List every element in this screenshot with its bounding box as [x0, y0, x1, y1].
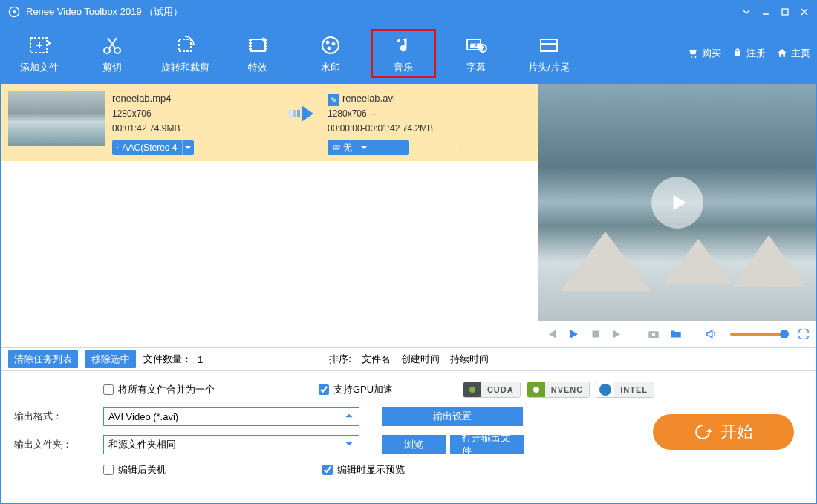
volume-slider[interactable] [730, 333, 785, 336]
app-logo-icon [8, 6, 20, 18]
dest-info: ✎reneelab.avi 1280x706 ··· 00:00:00-00:0… [328, 91, 498, 155]
add-file-button[interactable]: 添加文件 [7, 29, 72, 78]
play-overlay-button[interactable] [651, 177, 703, 229]
browse-button[interactable]: 浏览 [382, 435, 446, 454]
svg-point-5 [114, 48, 120, 53]
file-count-label: 文件数量： [143, 353, 192, 366]
cut-button[interactable]: 剪切 [79, 29, 145, 78]
shutdown-label: 编辑后关机 [118, 463, 166, 477]
svg-rect-20 [293, 110, 296, 117]
shutdown-checkbox[interactable]: 编辑后关机 [103, 463, 166, 477]
watermark-icon [319, 33, 342, 58]
menu-dropdown-button[interactable] [742, 7, 751, 16]
audio-tag-dropdown[interactable]: AAC(Stereo 4 [112, 140, 194, 155]
dest-meta: 00:00:00-00:01:42 74.2MB [328, 121, 498, 136]
fullscreen-button[interactable] [797, 327, 810, 341]
effects-button[interactable]: 特效 [225, 29, 290, 78]
sort-by-created[interactable]: 创建时间 [401, 353, 440, 366]
maximize-button[interactable] [781, 7, 790, 16]
next-button[interactable] [611, 327, 625, 341]
toolbar-label: 剪切 [102, 61, 122, 74]
dest-dimensions: 1280x706 ··· [328, 106, 498, 121]
chevron-down-icon [344, 439, 354, 451]
folder-label: 输出文件夹： [14, 438, 103, 451]
svg-rect-6 [179, 39, 191, 51]
svg-point-13 [398, 40, 400, 42]
file-row[interactable]: reneelab.mp4 1280x706 00:01:42 74.9MB AA… [1, 84, 538, 161]
rotate-crop-button[interactable]: 旋转和裁剪 [152, 29, 218, 78]
clear-list-button[interactable]: 清除任务列表 [8, 350, 78, 368]
source-meta: 00:01:42 74.9MB [112, 121, 283, 136]
output-settings-button[interactable]: 输出设置 [382, 407, 523, 426]
svg-rect-19 [288, 110, 291, 117]
source-filename: reneelab.mp4 [112, 91, 283, 106]
options-panel: 将所有文件合并为一个 支持GPU加速 CUDA NVENC INTEL 输出格式… [1, 371, 816, 493]
register-link[interactable]: 注册 [732, 47, 766, 60]
play-button[interactable] [567, 327, 580, 341]
svg-rect-7 [250, 39, 265, 51]
format-label: 输出格式： [14, 410, 103, 423]
svg-point-10 [326, 41, 329, 44]
svg-rect-21 [297, 110, 300, 117]
music-button[interactable]: 音乐 [371, 29, 436, 78]
subtitle-tag-dropdown[interactable]: 无 [328, 140, 409, 155]
merge-checkbox[interactable]: 将所有文件合并为一个 [103, 383, 215, 396]
buy-link[interactable]: 购买 [687, 47, 721, 60]
preview-label: 编辑时显示预览 [337, 463, 405, 477]
preview-pane [538, 84, 816, 347]
home-label: 主页 [791, 47, 810, 60]
nvenc-badge: NVENC [527, 382, 590, 398]
svg-rect-18 [541, 39, 557, 51]
open-folder-button[interactable] [669, 327, 683, 341]
svg-point-1 [13, 10, 16, 13]
cuda-badge: CUDA [463, 382, 521, 398]
close-button[interactable] [800, 7, 809, 16]
preview-controls [538, 321, 816, 347]
file-count-value: 1 [198, 354, 203, 365]
sort-by-duration[interactable]: 持续时间 [450, 353, 489, 366]
toolbar-label: 音乐 [394, 61, 413, 74]
remove-selected-button[interactable]: 移除选中 [85, 350, 136, 368]
volume-icon[interactable] [705, 327, 718, 341]
dest-filename: reneelab.avi [342, 93, 395, 104]
svg-point-12 [328, 47, 331, 50]
svg-point-24 [652, 333, 656, 337]
format-value: AVI Video (*.avi) [108, 411, 178, 422]
stop-button[interactable] [589, 327, 602, 341]
minimize-button[interactable] [761, 7, 770, 16]
svg-point-25 [469, 387, 475, 393]
prev-button[interactable] [544, 327, 558, 341]
source-info: reneelab.mp4 1280x706 00:01:42 74.9MB AA… [112, 91, 283, 155]
toolbar-label: 字幕 [466, 61, 486, 74]
gpu-label: 支持GPU加速 [333, 383, 393, 396]
file-list-pane: reneelab.mp4 1280x706 00:01:42 74.9MB AA… [1, 84, 538, 347]
svg-text:T: T [481, 46, 484, 51]
source-dimensions: 1280x706 [112, 106, 283, 121]
preview-video[interactable] [538, 84, 816, 321]
folder-value: 和源文件夹相同 [108, 438, 176, 451]
start-button[interactable]: 开始 [653, 414, 794, 450]
toolbar-label: 片头/片尾 [528, 61, 570, 74]
intel-badge: INTEL [596, 382, 654, 398]
edit-icon[interactable]: ✎ [328, 94, 339, 106]
svg-point-4 [104, 48, 110, 53]
gpu-checkbox[interactable]: 支持GPU加速 [319, 383, 393, 396]
intro-outro-button[interactable]: 片头/片尾 [516, 29, 582, 78]
toolbar-label: 特效 [248, 61, 267, 74]
dash-placeholder: - [460, 140, 463, 155]
format-select[interactable]: AVI Video (*.avi) [103, 407, 359, 426]
chevron-down-icon [357, 140, 370, 155]
svg-point-8 [262, 38, 265, 41]
audio-tag-label: AAC(Stereo 4 [122, 140, 177, 155]
home-link[interactable]: 主页 [776, 47, 810, 60]
subtitle-button[interactable]: SUBT 字幕 [443, 29, 509, 78]
subtitle-tag-label: 无 [343, 140, 352, 155]
watermark-button[interactable]: 水印 [298, 29, 363, 78]
preview-checkbox[interactable]: 编辑时显示预览 [322, 463, 405, 477]
sort-by-name[interactable]: 文件名 [362, 353, 391, 366]
open-output-button[interactable]: 打开输出文件 [450, 435, 524, 454]
chevron-down-icon [182, 140, 195, 155]
snapshot-button[interactable] [647, 327, 660, 341]
folder-select[interactable]: 和源文件夹相同 [103, 435, 359, 454]
toolbar-label: 旋转和裁剪 [161, 61, 209, 74]
